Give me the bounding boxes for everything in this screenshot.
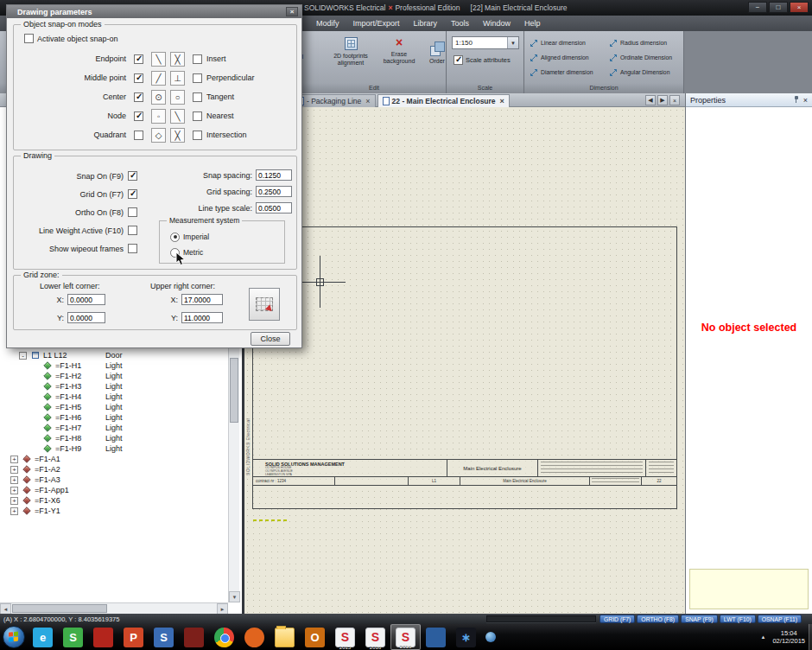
pin-icon[interactable] — [793, 96, 800, 104]
scrollbar-thumb[interactable] — [12, 604, 107, 613]
tree-item[interactable]: + =F1-A2 — [0, 464, 228, 475]
scale-dropdown[interactable]: 1:150 ▼ — [452, 36, 519, 49]
tree-item[interactable]: - L1 L12 Door — [0, 350, 228, 360]
start-button[interactable] — [3, 626, 25, 648]
solidworks-2015-icon[interactable]: S 2015 — [330, 624, 360, 650]
horizontal-scrollbar[interactable]: ◄ ► — [0, 602, 228, 614]
numeric-input[interactable] — [256, 186, 292, 197]
scale-attributes-checkbox[interactable] — [454, 55, 463, 65]
blue-s-app-icon[interactable]: S — [149, 624, 179, 650]
tree-expander-icon[interactable] — [31, 383, 39, 391]
lwt-toggle[interactable]: LWT (F10) — [720, 615, 756, 623]
document-tab[interactable]: - Packaging Line × — [292, 94, 376, 107]
tab-close-icon[interactable]: × — [365, 97, 370, 105]
ortho-toggle[interactable]: ORTHO (F8) — [637, 615, 679, 623]
dimension-tool-button[interactable]: Diameter dimension — [530, 65, 606, 80]
drawing-option-checkbox[interactable] — [128, 171, 137, 181]
clock[interactable]: 15:04 02/12/2015 — [772, 629, 805, 645]
upper-right-y-input[interactable] — [181, 312, 223, 323]
tray-blue-icon[interactable] — [485, 632, 496, 642]
tree-expander-icon[interactable]: + — [10, 497, 18, 505]
tree-expander-icon[interactable]: + — [10, 466, 18, 474]
tree-expander-icon[interactable]: + — [10, 507, 18, 515]
menu-item[interactable]: Help — [517, 17, 548, 29]
erase-background-button[interactable]: × Erase background — [377, 37, 421, 65]
osnap-checkbox[interactable] — [193, 92, 202, 102]
blue-app-icon[interactable] — [421, 624, 451, 650]
drawing-canvas[interactable]: SOLID SOLUTIONS MANAGEMENT OLYMPUS HOUSE… — [244, 107, 685, 614]
dimension-tool-button[interactable]: Aligned dimension — [530, 50, 606, 65]
osnap-checkbox[interactable] — [193, 112, 202, 121]
osnap-checkbox[interactable] — [193, 73, 202, 83]
lower-left-y-input[interactable] — [67, 312, 105, 323]
tree-item[interactable]: =F1-H9 Light — [0, 443, 228, 454]
numeric-input[interactable] — [256, 202, 292, 213]
tree-item[interactable]: =F1-H7 Light — [0, 423, 228, 433]
menu-item[interactable]: Window — [476, 17, 517, 29]
drawing-option-checkbox[interactable] — [128, 189, 137, 199]
show-desktop-button[interactable] — [809, 624, 812, 650]
menu-item[interactable]: Modify — [309, 17, 346, 29]
osnap-toggle[interactable]: OSNAP (F11) — [758, 615, 802, 623]
osnap-checkbox[interactable] — [134, 112, 143, 121]
drawing-option-checkbox[interactable] — [128, 207, 137, 217]
radio-button[interactable] — [170, 233, 180, 242]
tab-close-icon[interactable]: × — [500, 97, 504, 105]
tab-close-all-icon[interactable]: × — [669, 95, 680, 105]
red-app-icon[interactable] — [88, 624, 118, 650]
osnap-checkbox[interactable] — [134, 92, 143, 102]
grid-toggle[interactable]: GRID (F7) — [599, 615, 635, 623]
tree-item[interactable]: + =F1-A3 — [0, 475, 228, 485]
upper-right-x-input[interactable] — [181, 294, 223, 305]
tab-scroll-left-icon[interactable]: ◀ — [645, 95, 656, 105]
tree-expander-icon[interactable] — [31, 393, 39, 401]
tree-expander-icon[interactable]: + — [10, 456, 18, 463]
tree-expander-icon[interactable] — [31, 362, 39, 370]
tree-expander-icon[interactable] — [31, 373, 39, 380]
document-tab[interactable]: 22 - Main Electrical Enclosure × — [377, 94, 510, 107]
chrome-icon[interactable] — [209, 624, 239, 650]
green-s-app-icon[interactable]: S — [58, 624, 88, 650]
tree-expander-icon[interactable] — [31, 445, 39, 453]
file-explorer-icon[interactable] — [270, 624, 300, 650]
scrollbar-thumb[interactable] — [230, 358, 238, 423]
lower-left-x-input[interactable] — [67, 294, 105, 305]
powerpoint-icon[interactable]: P — [118, 624, 149, 650]
tree-expander-icon[interactable]: + — [10, 487, 18, 494]
dialog-titlebar[interactable]: Drawing parameters × — [7, 5, 301, 18]
snap-toggle[interactable]: SNAP (F9) — [681, 615, 718, 623]
tree-item[interactable]: =F1-H6 Light — [0, 412, 228, 423]
tree-expander-icon[interactable] — [31, 414, 39, 422]
menu-item[interactable]: Library — [407, 17, 445, 29]
tree-item[interactable]: =F1-H3 Light — [0, 381, 228, 392]
minimize-button[interactable]: − — [748, 2, 767, 13]
dimension-tool-button[interactable]: Ordinate Dimension — [609, 50, 685, 65]
tree-item[interactable]: + =F1-X6 — [0, 495, 228, 506]
tree-expander-icon[interactable] — [31, 435, 39, 443]
tree-expander-icon[interactable] — [31, 424, 39, 432]
dialog-close-button[interactable]: Close — [251, 332, 290, 346]
dialog-close-icon[interactable]: × — [286, 7, 298, 16]
dimension-tool-button[interactable]: Linear dimension — [530, 35, 606, 50]
dimension-tool-button[interactable]: Angular Dimension — [609, 65, 685, 80]
orange-round-app-icon[interactable] — [239, 624, 270, 650]
osnap-checkbox[interactable] — [193, 131, 202, 140]
drawing-option-checkbox[interactable] — [128, 226, 137, 235]
scale-attributes-row[interactable]: Scale attributes — [454, 55, 511, 65]
tab-scroll-right-icon[interactable]: ▶ — [657, 95, 668, 105]
outlook-icon[interactable]: O — [300, 624, 330, 650]
drawing-option-checkbox[interactable] — [128, 244, 137, 253]
tree-item[interactable]: =F1-H5 Light — [0, 402, 228, 412]
tree-item[interactable]: + =F1-A1 — [0, 454, 228, 464]
menu-item[interactable]: Import/Export — [346, 17, 407, 29]
solidworks-2016-icon[interactable]: S 2016 — [360, 624, 390, 650]
dark-red-app-icon[interactable] — [179, 624, 209, 650]
measurement-option[interactable]: Imperial — [160, 229, 284, 245]
activate-osnap-row[interactable]: Activate object snap-on — [24, 34, 118, 43]
tree-item[interactable]: + =F1-App1 — [0, 485, 228, 495]
menu-item[interactable]: Tools — [444, 17, 476, 29]
osnap-checkbox[interactable] — [193, 54, 202, 64]
show-hidden-icons[interactable]: ▲ — [761, 634, 766, 640]
osnap-checkbox[interactable] — [134, 131, 143, 140]
dimension-tool-button[interactable]: Radius dimension — [609, 35, 685, 50]
